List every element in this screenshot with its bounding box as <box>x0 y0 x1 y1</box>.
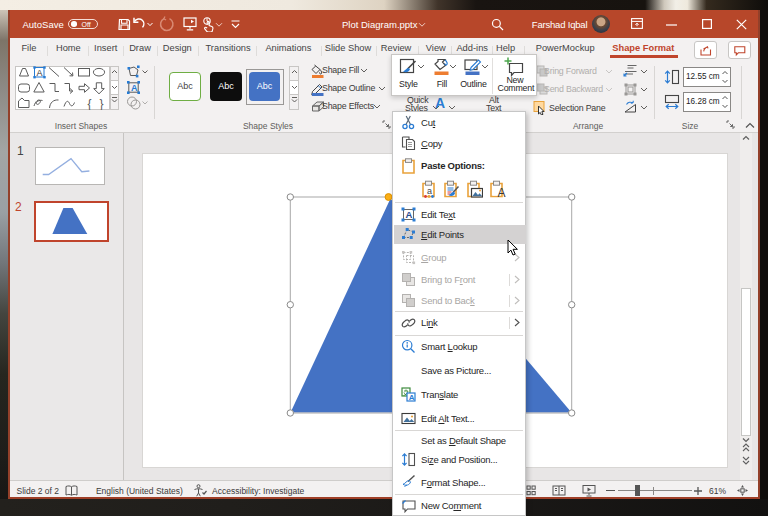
svg-text:A: A <box>408 393 414 402</box>
svg-text:A: A <box>37 67 43 77</box>
svg-text:{: { <box>88 97 92 110</box>
svg-text:A: A <box>498 186 506 198</box>
svg-text:}: } <box>100 97 104 110</box>
svg-text:A: A <box>131 83 138 93</box>
svg-text:a: a <box>427 185 432 195</box>
svg-text:A: A <box>405 209 412 220</box>
